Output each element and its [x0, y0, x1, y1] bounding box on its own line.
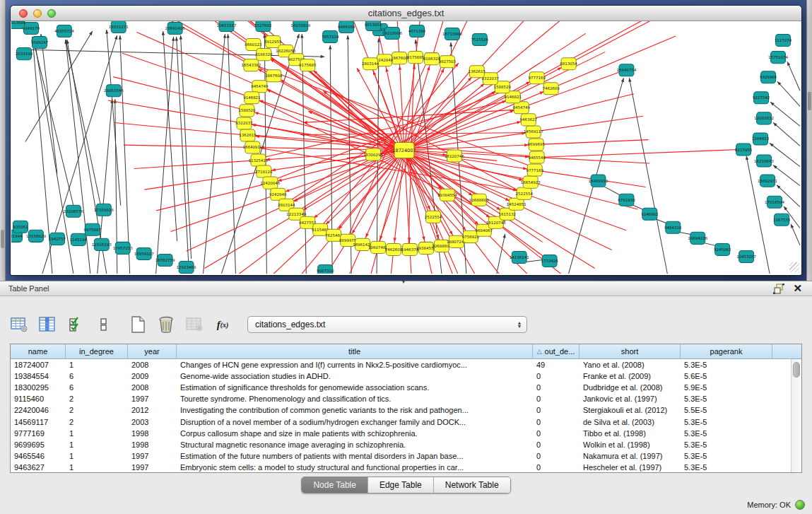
- node[interactable]: 19218986: [382, 28, 402, 40]
- node[interactable]: 16210643: [754, 155, 774, 167]
- node[interactable]: 1117274: [775, 35, 792, 47]
- column-header-year[interactable]: year: [128, 344, 177, 358]
- table-row[interactable]: 946554611997Estimation of the future num…: [11, 450, 801, 462]
- table-cell[interactable]: 9699695: [11, 439, 66, 450]
- close-window-icon[interactable]: [19, 9, 28, 18]
- table-cell[interactable]: 2012: [128, 404, 177, 416]
- selected-node[interactable]: 9777169: [528, 72, 546, 84]
- table-cell[interactable]: Nakamura et al. (1997): [579, 450, 681, 462]
- node[interactable]: 8813054: [365, 21, 382, 31]
- left-splitter[interactable]: [0, 0, 6, 281]
- node[interactable]: 9245062: [714, 243, 731, 255]
- node[interactable]: 12923468: [177, 261, 196, 273]
- selected-node[interactable]: 9175685: [299, 59, 317, 71]
- node[interactable]: 16033809: [290, 21, 310, 32]
- table-settings-icon[interactable]: [10, 315, 28, 334]
- table-cell[interactable]: 19384554: [11, 370, 66, 382]
- column-header-title[interactable]: title: [177, 344, 533, 358]
- selected-node[interactable]: 2718120: [255, 165, 273, 177]
- node[interactable]: 7515526: [471, 34, 489, 46]
- node[interactable]: 1167533: [773, 214, 791, 226]
- node[interactable]: 1527602: [254, 21, 271, 32]
- table-cell[interactable]: 1: [66, 428, 128, 439]
- node[interactable]: 20691406: [165, 23, 185, 35]
- selected-node[interactable]: 19384554: [437, 189, 457, 201]
- table-cell[interactable]: 5.3E-5: [681, 359, 772, 370]
- node[interactable]: 9246982: [641, 208, 658, 220]
- node[interactable]: 9975887: [84, 223, 102, 235]
- node[interactable]: 9227342: [753, 92, 770, 104]
- table-cell[interactable]: 0: [533, 462, 579, 472]
- table-cell[interactable]: 14569117: [11, 416, 66, 427]
- selected-node[interactable]: 22420046: [260, 177, 280, 189]
- table-cell[interactable]: 2: [66, 404, 128, 416]
- table-cell[interactable]: Embryonic stem cells: a model to study s…: [177, 462, 533, 472]
- table-cell[interactable]: 1: [66, 439, 128, 450]
- selected-node[interactable]: 14569117: [524, 126, 543, 138]
- table-cell[interactable]: 22420046: [11, 404, 66, 416]
- node[interactable]: 2033190: [16, 48, 33, 60]
- tab-edge-table[interactable]: Edge Table: [368, 477, 434, 493]
- table-cell[interactable]: Estimation of significance thresholds fo…: [177, 382, 533, 393]
- table-cell[interactable]: 0: [533, 393, 579, 404]
- node[interactable]: 17957253: [113, 242, 133, 254]
- selected-node[interactable]: 9242848: [269, 188, 287, 200]
- table-cell[interactable]: 2008: [128, 382, 177, 393]
- selected-node[interactable]: 8186328: [255, 49, 273, 61]
- node[interactable]: 6791938: [618, 194, 635, 206]
- selected-node[interactable]: 8186328: [423, 53, 441, 65]
- table-cell[interactable]: 18724007: [11, 359, 66, 370]
- selected-node[interactable]: 7462609: [385, 243, 403, 255]
- selected-node[interactable]: 18300295: [363, 148, 383, 160]
- selected-node[interactable]: 16640910: [242, 141, 262, 153]
- table-cell[interactable]: 5.3E-5: [681, 462, 772, 472]
- hide-columns-icon[interactable]: [95, 315, 113, 334]
- table-cell[interactable]: 1997: [128, 450, 177, 462]
- selected-node[interactable]: 8454749: [251, 81, 269, 93]
- table-cell[interactable]: 0: [533, 439, 579, 450]
- splitter-collapse-icon[interactable]: ▼: [401, 279, 406, 285]
- node[interactable]: 14136141: [510, 251, 529, 263]
- table-cell[interactable]: 2008: [128, 359, 177, 370]
- selected-node[interactable]: 9465546: [528, 151, 546, 163]
- table-cell[interactable]: 2009: [128, 370, 177, 382]
- node[interactable]: 20053346: [104, 85, 124, 97]
- node[interactable]: 12093832: [754, 112, 774, 124]
- node[interactable]: 4671398: [408, 25, 426, 37]
- zoom-window-icon[interactable]: [47, 9, 56, 18]
- table-cell[interactable]: 49: [533, 359, 579, 370]
- node[interactable]: 12505193: [92, 238, 112, 250]
- table-row[interactable]: 1456911722003Disruption of a novel membe…: [11, 416, 801, 427]
- node[interactable]: 1145194: [70, 233, 88, 245]
- selected-node[interactable]: 9699695: [527, 139, 545, 151]
- table-row[interactable]: 1872400712008Changes of HCN gene express…: [11, 359, 801, 370]
- function-builder-icon[interactable]: f(x): [213, 315, 232, 334]
- table-cell[interactable]: 2003: [128, 416, 177, 427]
- node[interactable]: 9087310: [317, 264, 334, 274]
- selected-node[interactable]: 16654923: [521, 176, 541, 188]
- selected-node[interactable]: 16120746: [445, 150, 464, 162]
- node[interactable]: 1244413: [752, 133, 770, 145]
- table-vertical-scrollbar[interactable]: [791, 359, 801, 472]
- memory-ok-indicator-icon[interactable]: [795, 500, 805, 510]
- table-cell[interactable]: Changes of HCN gene expression and I(f) …: [177, 359, 533, 370]
- float-panel-icon[interactable]: [773, 284, 784, 294]
- table-row[interactable]: 977716911998Corpus callosum shape and si…: [11, 428, 801, 439]
- table-cell[interactable]: 5.3E-5: [681, 439, 772, 450]
- tab-node-table[interactable]: Node Table: [302, 477, 368, 493]
- table-cell[interactable]: 9115460: [11, 393, 66, 404]
- table-cell[interactable]: 0: [533, 450, 579, 462]
- table-selector-dropdown[interactable]: citations_edges.txt ▲▼: [247, 316, 527, 333]
- node[interactable]: 9464316: [664, 221, 682, 233]
- column-header-name[interactable]: name: [11, 344, 66, 358]
- table-cell[interactable]: 5.3E-5: [681, 393, 772, 404]
- selected-node[interactable]: 1362615: [239, 129, 257, 141]
- node[interactable]: 6466160: [338, 21, 355, 33]
- table-cell[interactable]: Dudbridge et al. (2008): [579, 382, 681, 393]
- table-cell[interactable]: 2: [66, 416, 128, 427]
- selected-node[interactable]: 9777169: [526, 164, 543, 176]
- table-cell[interactable]: 5.5E-5: [681, 404, 772, 416]
- table-cell[interactable]: 1: [66, 359, 128, 370]
- selected-node[interactable]: 9463627: [519, 114, 537, 126]
- table-cell[interactable]: 5.6E-5: [681, 370, 772, 382]
